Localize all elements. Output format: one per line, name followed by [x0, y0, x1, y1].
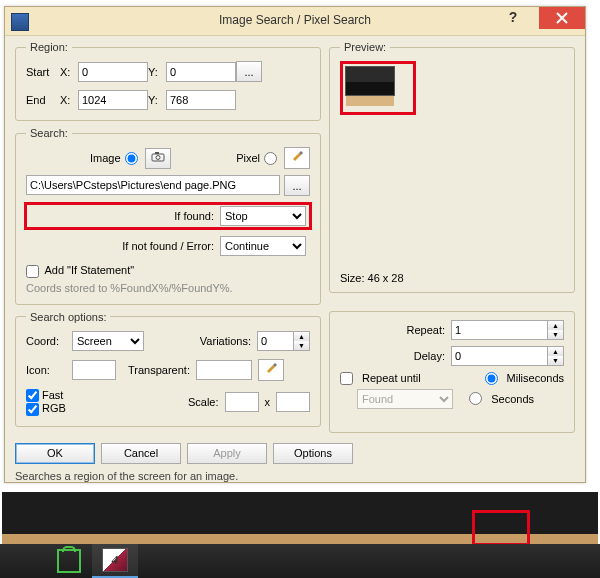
start-label: Start	[26, 66, 60, 78]
close-button[interactable]	[539, 7, 585, 29]
help-button[interactable]: ?	[493, 7, 533, 29]
repeat-input[interactable]	[451, 320, 547, 340]
delay-spinner[interactable]: ▲▼	[451, 346, 564, 366]
if-found-select[interactable]: Stop	[220, 206, 306, 226]
seconds-label: Seconds	[491, 393, 534, 405]
end-x-label: X:	[60, 94, 78, 106]
cancel-button[interactable]: Cancel	[101, 443, 181, 464]
pixel-radio[interactable]	[264, 152, 277, 165]
annotation-target-box	[472, 510, 530, 546]
region-legend: Region:	[26, 41, 72, 53]
repeat-group: Repeat: ▲▼ Delay: ▲▼	[329, 311, 575, 433]
taskbar-app-button[interactable]: 4	[92, 544, 138, 578]
search-options-group: Search options: Coord: Screen Variations…	[15, 311, 321, 427]
start-x-label: X:	[60, 66, 78, 78]
end-y-label: Y:	[148, 94, 166, 106]
image-browse-button[interactable]: ...	[284, 175, 310, 196]
scale-h-input[interactable]	[276, 392, 310, 412]
image-radio[interactable]	[125, 152, 138, 165]
delay-label: Delay:	[414, 350, 445, 362]
image-path-input[interactable]	[26, 175, 280, 195]
start-y-label: Y:	[148, 66, 166, 78]
delay-input[interactable]	[451, 346, 547, 366]
scale-w-input[interactable]	[225, 392, 259, 412]
end-x-input[interactable]	[78, 90, 148, 110]
fast-checkbox[interactable]	[26, 389, 39, 402]
repeat-until-label: Repeat until	[362, 372, 421, 384]
coord-label: Coord:	[26, 335, 66, 347]
ok-button[interactable]: OK	[15, 443, 95, 464]
scale-label: Scale:	[188, 396, 219, 408]
store-icon	[57, 549, 81, 573]
scale-x-sep: x	[265, 396, 271, 408]
pixel-radio-label: Pixel	[236, 152, 260, 164]
svg-point-1	[156, 156, 160, 160]
variations-spinner[interactable]: ▲▼	[257, 331, 310, 351]
preview-legend: Preview:	[340, 41, 390, 53]
if-found-label: If found:	[174, 210, 214, 222]
region-pick-button[interactable]: ...	[236, 61, 262, 82]
transparent-label: Transparent:	[128, 364, 190, 376]
icon-label: Icon:	[26, 364, 66, 376]
start-x-input[interactable]	[78, 62, 148, 82]
miliseconds-label: Miliseconds	[507, 372, 564, 384]
fast-label: Fast	[42, 389, 63, 401]
coords-hint: Coords stored to %FoundX%/%FoundY%.	[26, 282, 310, 294]
app-task-icon: 4	[102, 548, 128, 572]
preview-group: Preview: Size: 46 x 28	[329, 41, 575, 293]
variations-label: Variations:	[200, 335, 251, 347]
spinner-down-icon[interactable]: ▼	[294, 341, 309, 350]
rgb-checkbox[interactable]	[26, 403, 39, 416]
add-if-label: Add "If Statement"	[44, 264, 134, 276]
if-not-found-select[interactable]: Continue	[220, 236, 306, 256]
transparent-picker-button[interactable]	[258, 359, 284, 381]
end-y-input[interactable]	[166, 90, 236, 110]
repeat-spinner[interactable]: ▲▼	[451, 320, 564, 340]
search-options-legend: Search options:	[26, 311, 110, 323]
preview-size-label: Size: 46 x 28	[340, 272, 404, 284]
end-label: End	[26, 94, 60, 106]
options-button[interactable]: Options	[273, 443, 353, 464]
coord-select[interactable]: Screen	[72, 331, 144, 351]
icon-input[interactable]	[72, 360, 116, 380]
repeat-label: Repeat:	[406, 324, 445, 336]
repeat-until-select: Found	[357, 389, 453, 409]
titlebar[interactable]: Image Search / Pixel Search ?	[5, 7, 585, 36]
taskbar-store-button[interactable]	[46, 544, 92, 578]
variations-input[interactable]	[257, 331, 293, 351]
image-radio-label: Image	[90, 152, 121, 164]
image-camera-button[interactable]	[145, 148, 171, 169]
transparent-input[interactable]	[196, 360, 252, 380]
taskbar[interactable]: 4	[0, 544, 600, 578]
taskbar-empty-slot[interactable]	[0, 544, 46, 578]
repeat-until-checkbox[interactable]	[340, 372, 353, 385]
status-text: Searches a region of the screen for an i…	[15, 470, 575, 482]
spinner-up-icon[interactable]: ▲	[294, 332, 309, 341]
rgb-label: RGB	[42, 402, 66, 414]
search-legend: Search:	[26, 127, 72, 139]
seconds-radio[interactable]	[469, 392, 482, 405]
pixel-picker-button[interactable]	[284, 147, 310, 169]
apply-button: Apply	[187, 443, 267, 464]
region-group: Region: Start X: Y: ... End X: Y:	[15, 41, 321, 121]
miliseconds-radio[interactable]	[485, 372, 498, 385]
preview-thumbnail	[340, 61, 416, 115]
start-y-input[interactable]	[166, 62, 236, 82]
background-sliver	[585, 100, 598, 440]
dialog-window: Image Search / Pixel Search ? Region: St…	[4, 6, 586, 483]
search-group: Search: Image Pixel	[15, 127, 321, 305]
svg-rect-2	[155, 152, 159, 154]
if-not-found-label: If not found / Error:	[122, 240, 214, 252]
add-if-checkbox[interactable]	[26, 265, 39, 278]
